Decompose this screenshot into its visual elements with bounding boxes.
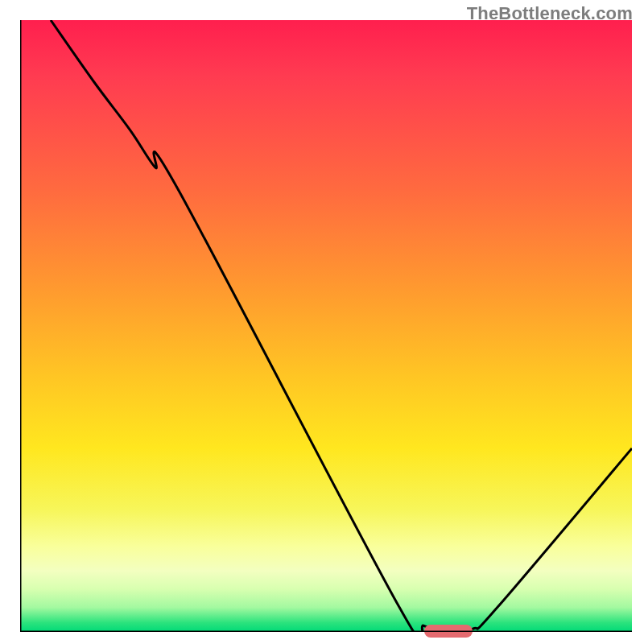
bottleneck-curve — [51, 20, 632, 632]
chart-container: TheBottleneck.com — [0, 0, 644, 644]
curve-layer — [20, 20, 632, 632]
plot-area — [20, 20, 632, 632]
optimal-range-marker — [424, 625, 473, 638]
